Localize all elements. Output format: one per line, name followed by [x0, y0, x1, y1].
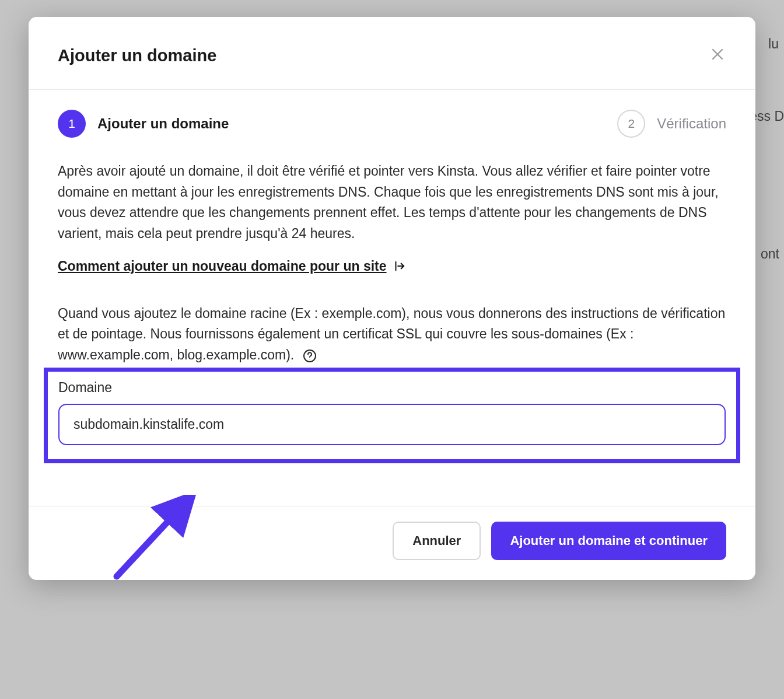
- modal-body: 1 Ajouter un domaine 2 Vérification Aprè…: [29, 90, 755, 506]
- ssl-info-text: Quand vous ajoutez le domaine racine (Ex…: [29, 274, 755, 366]
- step-verification: 2 Vérification: [617, 110, 726, 138]
- close-button[interactable]: [709, 45, 726, 66]
- close-icon: [711, 46, 724, 64]
- step-badge-2: 2: [617, 110, 645, 138]
- help-link[interactable]: Comment ajouter un nouveau domaine pour …: [29, 244, 755, 274]
- step-label-1: Ajouter un domaine: [97, 116, 229, 132]
- submit-button[interactable]: Ajouter un domaine et continuer: [491, 522, 726, 560]
- svg-point-5: [309, 359, 310, 359]
- modal-title: Ajouter un domaine: [58, 46, 216, 65]
- bg-text: lu: [768, 36, 779, 52]
- external-link-icon: [393, 260, 405, 272]
- domain-label: Domaine: [58, 380, 726, 396]
- help-tooltip-icon[interactable]: [303, 349, 317, 363]
- step-add-domain: 1 Ajouter un domaine: [58, 110, 229, 138]
- add-domain-modal: Ajouter un domaine 1 Ajouter un domaine …: [29, 17, 755, 580]
- step-label-2: Vérification: [657, 116, 726, 132]
- ssl-info-content: Quand vous ajoutez le domaine racine (Ex…: [58, 306, 725, 362]
- help-link-text: Comment ajouter un nouveau domaine pour …: [58, 258, 387, 274]
- domain-field-highlight: Domaine: [44, 368, 740, 463]
- domain-input[interactable]: [58, 404, 726, 445]
- cancel-button[interactable]: Annuler: [393, 522, 481, 560]
- wizard-steps: 1 Ajouter un domaine 2 Vérification: [29, 90, 755, 161]
- modal-header: Ajouter un domaine: [29, 17, 755, 90]
- bg-text: ont: [761, 246, 779, 262]
- step-badge-1: 1: [58, 110, 86, 138]
- description-text: Après avoir ajouté un domaine, il doit ê…: [29, 161, 755, 244]
- modal-footer: Annuler Ajouter un domaine et continuer: [29, 506, 755, 580]
